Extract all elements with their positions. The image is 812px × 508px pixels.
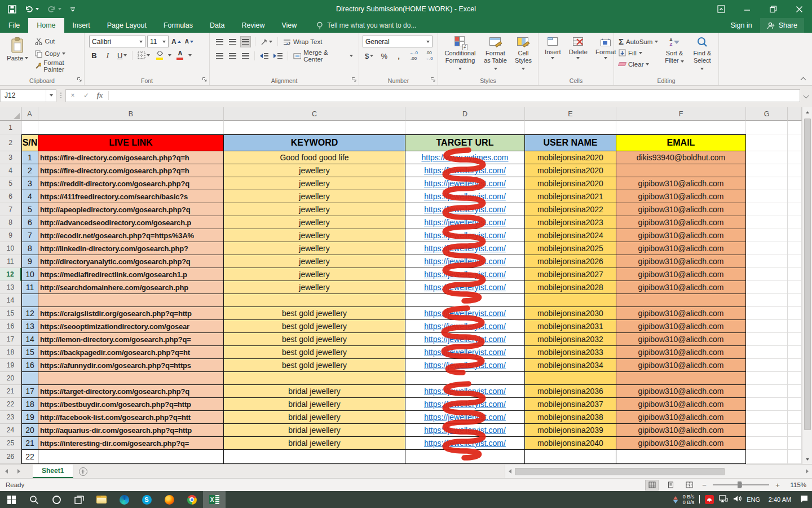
cell-A11[interactable]: 9	[21, 255, 38, 268]
minimize-button[interactable]	[734, 0, 760, 18]
font-color-button[interactable]: A	[175, 50, 185, 61]
number-format-select[interactable]: General	[363, 36, 433, 47]
tab-formulas[interactable]: Formulas	[155, 18, 201, 33]
cell-C24[interactable]: bridal jewellery	[224, 424, 405, 437]
cell-F19[interactable]: gipibow310@alicdh.com	[616, 359, 746, 372]
cancel-button[interactable]: ×	[66, 91, 80, 99]
expand-formula-bar-button[interactable]	[800, 94, 811, 98]
increase-font-button[interactable]: A	[170, 36, 182, 47]
task-view-button[interactable]	[68, 491, 90, 508]
row-header-2[interactable]: 2	[0, 134, 21, 151]
copy-dropdown-icon[interactable]	[62, 52, 65, 55]
cell-G19[interactable]	[746, 359, 788, 372]
cell-E18[interactable]: mobilejonsina2033	[525, 346, 616, 359]
cell-G3[interactable]	[746, 151, 788, 164]
font-dialog-launcher[interactable]	[202, 77, 208, 84]
cell-E6[interactable]: mobilejonsina2021	[525, 190, 616, 203]
name-box[interactable]: J12	[0, 89, 56, 102]
cell-G11[interactable]	[746, 255, 788, 268]
cell-B18[interactable]: https://backpagedir.com/gosearch.php?q=h…	[38, 346, 224, 359]
row-header-18[interactable]: 18	[0, 346, 21, 359]
cell-G1[interactable]	[746, 121, 788, 134]
cell-D8[interactable]: https://jewelleryist.com/	[405, 216, 525, 229]
zoom-out-button[interactable]: −	[701, 481, 708, 489]
format-as-table-button[interactable]: Format as Table	[481, 35, 510, 73]
row-header-17[interactable]: 17	[0, 333, 21, 346]
cell-C1[interactable]	[224, 121, 405, 134]
cell-B24[interactable]: http://aquarius-dir.com/gosearch.php?q=h…	[38, 424, 224, 437]
cell-styles-button[interactable]: Cell Styles	[512, 35, 535, 73]
cell-B25[interactable]: https://interesting-dir.com/gosearch.php…	[38, 437, 224, 450]
cell-G6[interactable]	[746, 190, 788, 203]
cell-A26[interactable]: 22	[21, 450, 38, 464]
cell-A15[interactable]: 12	[21, 307, 38, 320]
cell-B1[interactable]	[38, 121, 224, 134]
cell-F23[interactable]: gipibow310@alicdh.com	[616, 411, 746, 424]
cell-C6[interactable]: jewellery	[224, 190, 405, 203]
cell-F22[interactable]: gipibow310@alicdh.com	[616, 398, 746, 411]
bold-button[interactable]: B	[89, 50, 99, 61]
tray-expand-button[interactable]	[699, 496, 700, 503]
cell-A12[interactable]: 10	[21, 268, 38, 281]
cell-C5[interactable]: jewellery	[224, 177, 405, 190]
row-header-26[interactable]: 26	[0, 450, 21, 464]
tab-insert[interactable]: Insert	[64, 18, 99, 33]
cell-D23[interactable]: https://jewelleryist.com/	[405, 411, 525, 424]
row-header-3[interactable]: 3	[0, 151, 21, 164]
cell-F11[interactable]: gipibow310@alicdh.com	[616, 255, 746, 268]
cell-E5[interactable]: mobilejonsina2020	[525, 177, 616, 190]
tab-file[interactable]: File	[0, 18, 28, 33]
row-header-12[interactable]: 12	[0, 268, 21, 281]
name-box-dropdown[interactable]	[46, 90, 56, 102]
align-left-button[interactable]	[214, 50, 224, 62]
sort-filter-button[interactable]: AZ Sort & Filter	[661, 35, 687, 65]
net-speed-indicator[interactable]: 0 B/s0 B/s	[683, 494, 695, 505]
cell-E25[interactable]: mobilejonsina2040	[525, 437, 616, 450]
cut-button[interactable]: Cut	[34, 35, 81, 47]
horizontal-scrollbar[interactable]	[505, 465, 812, 478]
cell-F26[interactable]	[616, 450, 746, 464]
cell-G21[interactable]	[746, 385, 788, 398]
cell-D18[interactable]: https://jewelleryist.com/	[405, 346, 525, 359]
prev-sheet-button[interactable]	[0, 465, 12, 478]
cell-E12[interactable]: mobilejonsina2027	[525, 268, 616, 281]
cell-C13[interactable]: jewellery	[224, 281, 405, 294]
cell-F16[interactable]: gipibow310@alicdh.com	[616, 320, 746, 333]
cell-B20[interactable]	[38, 372, 224, 385]
orientation-button[interactable]	[259, 36, 273, 47]
cell-A9[interactable]: 7	[21, 229, 38, 242]
formula-bar-resize-handle[interactable]	[60, 93, 61, 98]
cell-C12[interactable]: jewellery	[224, 268, 405, 281]
col-header-C[interactable]: C	[224, 107, 405, 121]
cell-C4[interactable]: jewellery	[224, 164, 405, 177]
select-all-button[interactable]	[0, 107, 21, 121]
row-header-21[interactable]: 21	[0, 385, 21, 398]
cell-A10[interactable]: 8	[21, 242, 38, 255]
cell-B14[interactable]	[38, 294, 224, 307]
cell-B4[interactable]: https://fire-directory.com/gosearch.php?…	[38, 164, 224, 177]
cell-E20[interactable]	[525, 372, 616, 385]
cell-E4[interactable]: mobilejonsina2020	[525, 164, 616, 177]
cell-C15[interactable]: best gold jewellery	[224, 307, 405, 320]
network-icon[interactable]	[719, 495, 728, 505]
vertical-scroll-thumb[interactable]	[804, 119, 811, 430]
increase-indent-button[interactable]	[272, 50, 283, 62]
cell-A7[interactable]: 5	[21, 203, 38, 216]
scroll-right-button[interactable]	[802, 465, 812, 478]
fill-color-button[interactable]	[155, 50, 165, 61]
cell-A17[interactable]: 14	[21, 333, 38, 346]
cell-B26[interactable]	[38, 450, 224, 464]
tab-page-layout[interactable]: Page Layout	[99, 18, 155, 33]
cell-G8[interactable]	[746, 216, 788, 229]
start-button[interactable]	[0, 491, 23, 508]
align-top-button[interactable]	[214, 36, 224, 47]
align-bottom-button[interactable]	[240, 36, 251, 47]
cell-D14[interactable]	[405, 294, 525, 307]
row-header-5[interactable]: 5	[0, 177, 21, 190]
col-header-B[interactable]: B	[38, 107, 224, 121]
cell-F3[interactable]: dikis93940@boldhut.com	[616, 151, 746, 164]
paste-dropdown-icon[interactable]	[25, 57, 28, 59]
cell-A6[interactable]: 4	[21, 190, 38, 203]
cell-G25[interactable]	[746, 437, 788, 450]
cell-G13[interactable]	[746, 281, 788, 294]
